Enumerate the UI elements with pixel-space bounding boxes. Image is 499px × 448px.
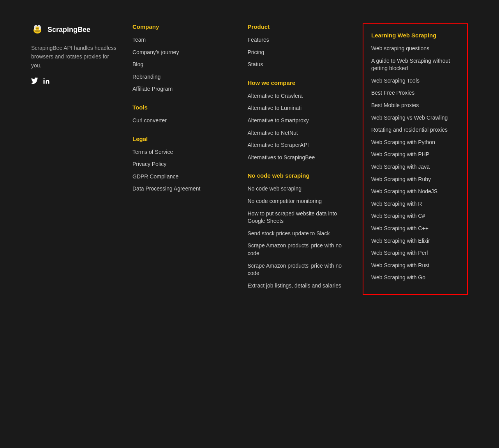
nocode-section: No code web scraping No code web scrapin… xyxy=(248,172,347,289)
nav-link[interactable]: GDPR Compliance xyxy=(132,173,232,181)
compare-section: How we compare Alternative to CrawleraAl… xyxy=(248,79,347,162)
nav-link[interactable]: No code competitor monitoring xyxy=(248,198,347,205)
learning-link[interactable]: Best Mobile proxies xyxy=(371,102,459,109)
nav-link[interactable]: Alternative to NetNut xyxy=(248,129,347,137)
learning-link[interactable]: Web Scraping with NodeJS xyxy=(371,188,459,196)
nav-link[interactable]: No code web scraping xyxy=(248,185,347,193)
learning-link[interactable]: Web Scraping with R xyxy=(371,200,459,208)
product-section: Product FeaturesPricingStatus xyxy=(248,23,347,69)
learning-link[interactable]: Web Scraping vs Web Crawling xyxy=(371,114,459,122)
nav-link[interactable]: Alternative to ScraperAPI xyxy=(248,141,347,149)
footer: ScrapingBee ScrapingBee API handles head… xyxy=(0,0,499,324)
nav-link[interactable]: Scrape Amazon products' price with no co… xyxy=(248,262,347,277)
nav-link[interactable]: Scrape Amazon products' price with no co… xyxy=(248,242,347,257)
learning-link[interactable]: Web Scraping with Ruby xyxy=(371,176,459,183)
nav-link[interactable]: Alternatives to ScrapingBee xyxy=(248,154,347,162)
nav-link[interactable]: Alternative to Smartproxy xyxy=(248,117,347,125)
logo: ScrapingBee xyxy=(31,23,117,36)
nav-link[interactable]: Alternative to Luminati xyxy=(248,104,347,112)
learning-link[interactable]: Web Scraping Tools xyxy=(371,77,459,85)
company-title: Company xyxy=(132,23,232,30)
nav-link[interactable]: Privacy Policy xyxy=(132,161,232,168)
learning-link[interactable]: Web scraping questions xyxy=(371,45,459,53)
learning-link[interactable]: Web Scraping with C# xyxy=(371,212,459,220)
nav-link[interactable]: Send stock prices update to Slack xyxy=(248,230,347,238)
bee-icon xyxy=(31,23,44,36)
learning-link[interactable]: Web Scraping with Elixir xyxy=(371,237,459,245)
twitter-icon[interactable] xyxy=(31,78,38,85)
brand-description: ScrapingBee API handles headless browser… xyxy=(31,44,117,70)
learning-title: Learning Web Scraping xyxy=(371,32,459,39)
learning-link[interactable]: Web Scraping with PHP xyxy=(371,151,459,159)
linkedin-icon[interactable] xyxy=(43,78,50,85)
brand-name: ScrapingBee xyxy=(48,26,90,34)
nav-link[interactable]: Company's journey xyxy=(132,49,232,56)
nav-link[interactable]: Terms of Service xyxy=(132,148,232,156)
tools-title: Tools xyxy=(132,104,232,111)
learning-column: Learning Web Scraping Web scraping quest… xyxy=(363,23,468,300)
nav-link[interactable]: Affiliate Program xyxy=(132,85,232,93)
brand-column: ScrapingBee ScrapingBee API handles head… xyxy=(31,23,117,300)
product-title: Product xyxy=(248,23,347,30)
compare-title: How we compare xyxy=(248,79,347,86)
nav-link[interactable]: Features xyxy=(248,36,347,44)
learning-link[interactable]: A guide to Web Scraping without getting … xyxy=(371,57,459,72)
learning-link[interactable]: Rotating and residential proxies xyxy=(371,126,459,134)
learning-link[interactable]: Web Scraping with Perl xyxy=(371,249,459,257)
nav-link[interactable]: Extract job listings, details and salari… xyxy=(248,282,347,290)
company-column: Company TeamCompany's journeyBlogRebrand… xyxy=(132,23,232,300)
tools-section: Tools Curl converter xyxy=(132,104,232,125)
nocode-links: No code web scrapingNo code competitor m… xyxy=(248,185,347,289)
nav-link[interactable]: Curl converter xyxy=(132,117,232,125)
nav-link[interactable]: Status xyxy=(248,61,347,69)
compare-links: Alternative to CrawleraAlternative to Lu… xyxy=(248,92,347,162)
learning-link[interactable]: Web Scraping with Python xyxy=(371,139,459,146)
product-links: FeaturesPricingStatus xyxy=(248,36,347,69)
tools-links: Curl converter xyxy=(132,117,232,125)
nav-link[interactable]: Alternative to Crawlera xyxy=(248,92,347,100)
nav-link[interactable]: Rebranding xyxy=(132,73,232,81)
nav-link[interactable]: How to put scraped website data into Goo… xyxy=(248,210,347,225)
company-links: TeamCompany's journeyBlogRebrandingAffil… xyxy=(132,36,232,93)
legal-links: Terms of ServicePrivacy PolicyGDPR Compl… xyxy=(132,148,232,193)
nav-link[interactable]: Team xyxy=(132,36,232,44)
product-column: Product FeaturesPricingStatus How we com… xyxy=(248,23,347,300)
learning-link[interactable]: Best Free Proxies xyxy=(371,89,459,97)
nav-link[interactable]: Blog xyxy=(132,61,232,69)
legal-title: Legal xyxy=(132,136,232,142)
legal-section: Legal Terms of ServicePrivacy PolicyGDPR… xyxy=(132,136,232,193)
learning-link[interactable]: Web Scraping with C++ xyxy=(371,225,459,233)
company-section: Company TeamCompany's journeyBlogRebrand… xyxy=(132,23,232,93)
social-links xyxy=(31,78,117,85)
learning-links: Web scraping questionsA guide to Web Scr… xyxy=(371,45,459,282)
nav-link[interactable]: Data Processing Agreement xyxy=(132,185,232,193)
nocode-title: No code web scraping xyxy=(248,172,347,179)
learning-link[interactable]: Web Scraping with Rust xyxy=(371,262,459,270)
learning-link[interactable]: Web Scraping with Go xyxy=(371,274,459,282)
learning-link[interactable]: Web Scraping with Java xyxy=(371,163,459,171)
learning-box: Learning Web Scraping Web scraping quest… xyxy=(363,23,468,295)
svg-point-6 xyxy=(44,78,45,79)
nav-link[interactable]: Pricing xyxy=(248,49,347,56)
svg-point-5 xyxy=(36,28,39,29)
